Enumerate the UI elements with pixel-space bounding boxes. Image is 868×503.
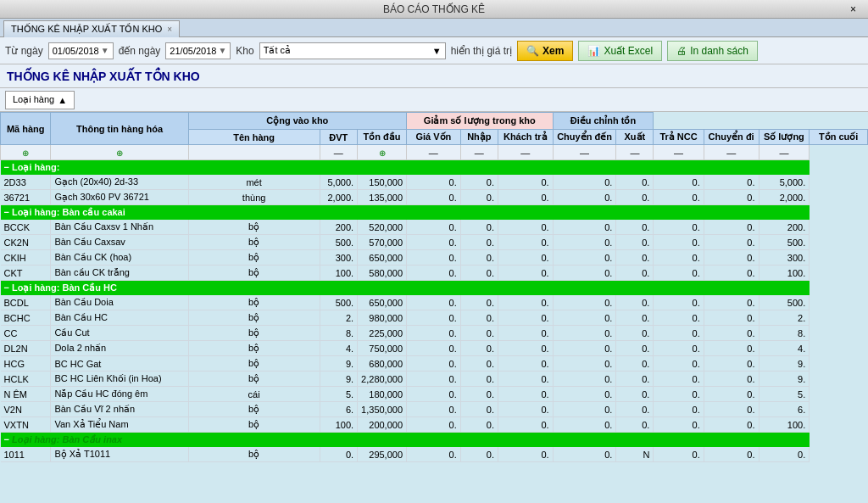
table-container[interactable]: Mã hàng Thông tin hàng hóa Cộng vào kho … — [0, 112, 868, 479]
cell-0: 1011 — [1, 447, 51, 462]
cell-11: 0. — [704, 417, 759, 433]
cell-7: 0. — [498, 356, 553, 372]
cell-1: Bàn cầu CK trắng — [51, 265, 188, 281]
col-header-chuyen-di: Chuyển đi — [704, 130, 759, 145]
to-date-dropdown-icon[interactable]: ▼ — [218, 46, 226, 55]
collapse-icon[interactable]: − — [4, 434, 12, 444]
col-header-dvt: ĐVT — [320, 130, 357, 145]
cell-5: 0. — [407, 265, 461, 281]
table-row[interactable]: N ÊMNắp Cầu HC đóng êmcái5.180,0000.0.0.… — [1, 387, 868, 402]
table-row[interactable]: HCGBC HC Gatbộ9.680,0000.0.0.0.0.0.0.9. — [1, 356, 868, 372]
table-row[interactable]: CKIHBàn Cầu CK (hoa)bộ300.650,0000.0.0.0… — [1, 250, 868, 265]
cell-8: 0. — [553, 447, 616, 462]
table-row[interactable]: CKTBàn cầu CK trắngbộ100.580,0000.0.0.0.… — [1, 265, 868, 281]
table-row[interactable]: CCCầu Cutbộ8.225,0000.0.0.0.0.0.0.8. — [1, 326, 868, 341]
cell-4: 680,000 — [358, 356, 407, 372]
cell-4: 520,000 — [358, 220, 407, 235]
cell-1: Gạch (20x40) 2d-33 — [51, 175, 188, 190]
hien-thi-label: hiển thị giá trị — [451, 45, 512, 57]
cell-7: 0. — [498, 326, 553, 341]
cell-1: Bàn Cầu Vĩ 2 nhấn — [51, 402, 188, 417]
cell-10: 0. — [654, 220, 704, 235]
cell-3: 8. — [320, 326, 357, 341]
table-row[interactable]: BCDLBàn Cầu Doiabộ500.650,0000.0.0.0.0.0… — [1, 295, 868, 310]
col-header-ma: Mã hàng — [1, 113, 51, 145]
cell-7: 0. — [498, 250, 553, 265]
table-row[interactable]: V2NBàn Cầu Vĩ 2 nhấnbộ6.1,350,0000.0.0.0… — [1, 402, 868, 417]
from-date-dropdown-icon[interactable]: ▼ — [101, 46, 109, 55]
cell-2: bộ — [188, 402, 320, 417]
cell-3: 6. — [320, 402, 357, 417]
cell-1: BC HC Gat — [51, 356, 188, 372]
cell-8: 0. — [553, 190, 616, 205]
xem-button[interactable]: 🔍 Xem — [517, 41, 573, 61]
cell-12: 9. — [759, 356, 810, 372]
cell-4: 150,000 — [358, 175, 407, 190]
cell-10: 0. — [654, 417, 704, 433]
print-button[interactable]: 🖨 In danh sách — [667, 41, 758, 61]
window-close-btn[interactable]: × — [845, 3, 861, 15]
cell-3: 5. — [320, 387, 357, 402]
cell-2: bộ — [188, 295, 320, 310]
cell-8: 0. — [553, 295, 616, 310]
col-header-khach-tra: Khách trả — [498, 130, 553, 145]
table-row[interactable]: BCHCBàn Cầu HCbộ2.980,0000.0.0.0.0.0.0.2… — [1, 310, 868, 326]
kho-value: Tất cả — [264, 45, 291, 56]
loai-hang-filter-btn[interactable]: Loại hàng ▲ — [5, 91, 75, 109]
cell-3: 500. — [320, 235, 357, 250]
col-header-tra-ncc: Trả NCC — [654, 130, 704, 145]
table-row[interactable]: VXTNVan Xả Tiểu Nambộ100.200,0000.0.0.0.… — [1, 417, 868, 433]
cell-3: 200. — [320, 220, 357, 235]
table-row[interactable]: CK2NBàn Cầu Caxsavbộ500.570,0000.0.0.0.0… — [1, 235, 868, 250]
cell-0: HCLK — [1, 372, 51, 387]
table-row[interactable]: BCCKBàn Cầu Caxsv 1 Nhấnbộ200.520,0000.0… — [1, 220, 868, 235]
cell-2: bộ — [188, 326, 320, 341]
excel-button[interactable]: 📊 Xuất Excel — [578, 41, 662, 61]
tab-close-btn[interactable]: × — [167, 25, 172, 34]
collapse-icon[interactable]: − — [4, 207, 12, 217]
cell-2: bộ — [188, 250, 320, 265]
cell-9: 0. — [616, 341, 654, 356]
cell-7: 0. — [498, 341, 553, 356]
collapse-icon[interactable]: − — [4, 282, 12, 293]
table-row[interactable]: DL2NDoIa 2 nhấnbộ4.750,0000.0.0.0.0.0.0.… — [1, 341, 868, 356]
cell-7: 0. — [498, 190, 553, 205]
cell-4: 570,000 — [358, 235, 407, 250]
collapse-icon[interactable]: − — [4, 162, 12, 172]
cell-10: 0. — [654, 372, 704, 387]
cell-9: 0. — [616, 190, 654, 205]
cell-6: 0. — [460, 417, 498, 433]
col-header-chuyen-den: Chuyển đến — [553, 130, 616, 145]
table-row[interactable]: HCLKBC HC Liên Khối (in Hoa)bộ9.2,280,00… — [1, 372, 868, 387]
cell-1: Cầu Cut — [51, 326, 188, 341]
cell-0: 36721 — [1, 190, 51, 205]
cell-10: 0. — [654, 402, 704, 417]
table-row[interactable]: 1011Bộ Xả T1011bộ0.295,0000.0.0.0.N0.0.0… — [1, 447, 868, 462]
cell-0: CK2N — [1, 235, 51, 250]
cell-3: 2,000. — [320, 190, 357, 205]
cell-6: 0. — [460, 265, 498, 281]
col-header-so-luong: Số lượng — [759, 130, 810, 145]
cell-9: 0. — [616, 220, 654, 235]
to-label: đến ngày — [119, 45, 161, 57]
cell-4: 295,000 — [358, 447, 407, 462]
tab-thong-ke[interactable]: THỐNG KÊ NHẬP XUẤT TỒN KHO × — [3, 20, 180, 37]
cell-6: 0. — [460, 402, 498, 417]
cell-11: 0. — [704, 295, 759, 310]
cell-8: 0. — [553, 265, 616, 281]
loai-hang-filter-label: Loại hàng — [13, 94, 54, 105]
cell-5: 0. — [407, 250, 461, 265]
table-row[interactable]: 36721Gạch 30x60 PV 36721thùng2,000.135,0… — [1, 190, 868, 205]
cell-5: 0. — [407, 235, 461, 250]
app-title: BÁO CÁO THỐNG KÊ — [176, 3, 692, 15]
kho-select[interactable]: Tất cả ▼ — [259, 42, 446, 59]
cell-10: 0. — [654, 326, 704, 341]
table-row[interactable]: 2D33Gạch (20x40) 2d-33mét5,000.150,0000.… — [1, 175, 868, 190]
excel-icon: 📊 — [587, 45, 600, 57]
col-header-xuat: Xuất — [616, 130, 654, 145]
cell-4: 980,000 — [358, 310, 407, 326]
cell-6: 0. — [460, 190, 498, 205]
cell-7: 0. — [498, 235, 553, 250]
from-date-field[interactable]: 01/05/2018 ▼ — [48, 42, 114, 59]
to-date-field[interactable]: 21/05/2018 ▼ — [165, 42, 231, 59]
